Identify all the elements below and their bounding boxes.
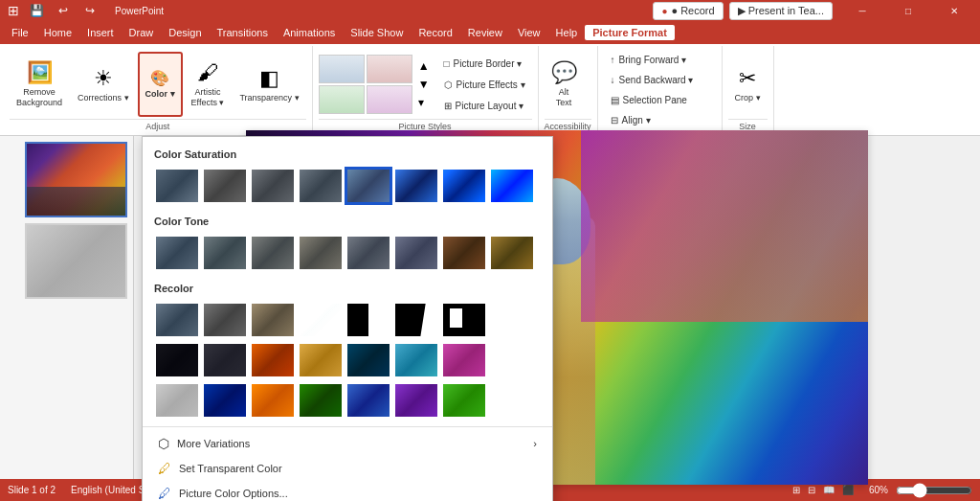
recolor-dark1[interactable] [154,342,200,378]
recolor-washout[interactable] [298,302,344,338]
record-title-btn[interactable]: ● ● Record [653,2,723,20]
bring-forward-btn[interactable]: ↑ Bring Forward ▾ [604,50,716,69]
undo-quick-btn[interactable]: ↩ [54,1,73,20]
tone-swatch-orig[interactable] [154,235,200,271]
menu-design[interactable]: Design [161,25,209,40]
menu-slideshow[interactable]: Slide Show [343,25,411,40]
picture-effects-btn[interactable]: ⬡ Picture Effects ▾ [437,75,532,94]
style-thumb-2[interactable] [367,55,412,83]
orange-dark-inner [252,344,294,376]
artistic-effects-btn[interactable]: 🖌 ArtisticEffects ▾ [185,52,232,117]
slide-thumb-1[interactable] [25,142,127,217]
present-title-btn[interactable]: ▶ Present in Tea... [729,2,833,20]
picture-border-label: Picture Border ▾ [454,58,523,69]
transparency-btn[interactable]: ◧ Transparency ▾ [233,52,305,117]
color-btn[interactable]: 🎨 Color ▾ [138,52,183,117]
maximize-btn[interactable]: □ [886,0,930,21]
style-thumb-1[interactable] [319,55,365,83]
menu-record[interactable]: Record [411,25,459,40]
menu-animations[interactable]: Animations [276,25,343,40]
more-variations-icon: ⬡ [158,436,169,451]
saturation-swatch-133[interactable] [393,168,439,204]
alt-text-btn[interactable]: 💬 AltText [545,52,584,117]
menu-help[interactable]: Help [548,25,586,40]
recolor-pink[interactable] [441,342,487,378]
recolor-green2[interactable] [441,382,487,419]
recolor-green-dark[interactable] [298,382,344,419]
recolor-cyan-dark[interactable] [345,342,391,378]
corrections-btn[interactable]: ☀ Corrections ▾ [71,52,136,117]
accessibility-buttons: 💬 AltText [545,50,584,119]
menu-home[interactable]: Home [36,25,79,40]
saturation-swatch-0[interactable] [202,168,248,204]
picture-border-btn[interactable]: □ Picture Border ▾ [437,54,532,73]
slide-thumb-2[interactable] [25,223,127,299]
more-variations-btn[interactable]: ⬡ More Variations › [143,431,552,456]
menu-file[interactable]: File [4,25,36,40]
saturation-swatch-100[interactable] [345,168,391,204]
recolor-lightgray[interactable] [154,382,200,419]
saturation-swatch-200[interactable] [489,168,535,204]
tone-swatch-6[interactable] [441,235,487,271]
recolor-cyan-light[interactable] [393,342,439,378]
style-down-btn[interactable]: ▼ [416,76,432,93]
menu-transitions[interactable]: Transitions [210,25,276,40]
recolor-orange2[interactable] [250,382,296,419]
save-quick-btn[interactable]: 💾 [27,1,46,20]
remove-background-btn[interactable]: 🖼️ RemoveBackground [10,52,69,117]
recolor-bw2[interactable] [393,302,439,338]
recolor-orange-light[interactable] [298,342,344,378]
saturation-swatch-66[interactable] [298,168,344,204]
minimize-btn[interactable]: ─ [840,0,884,21]
tone-swatch-3[interactable] [298,235,344,271]
view-sorter-btn[interactable]: ⊟ [808,485,815,495]
redo-quick-btn[interactable]: ↪ [80,1,100,20]
menu-review[interactable]: Review [460,25,510,40]
tone-swatch-2[interactable] [250,235,296,271]
set-transparent-btn[interactable]: 🖊 Set Transparent Color [143,456,552,481]
pink-inner [443,344,485,376]
tone-swatch-7[interactable] [489,235,535,271]
style-thumb-3[interactable] [319,85,365,114]
style-more-btn[interactable]: ▾ [416,94,432,111]
purple-inner [395,384,437,417]
align-btn[interactable]: ⊟ Align ▾ [604,110,716,129]
zoom-level: 60% [869,485,888,495]
view-slideshow-btn[interactable]: ⬛ [842,485,854,495]
recolor-blue2[interactable] [345,382,391,419]
menu-draw[interactable]: Draw [122,25,162,40]
zoom-slider[interactable] [896,483,972,498]
recolor-sepia[interactable] [250,302,296,338]
recolor-purple[interactable] [393,382,439,419]
menu-bar: File Home Insert Draw Design Transitions… [0,21,980,44]
selection-pane-btn[interactable]: ▤ Selection Pane [604,90,716,109]
menu-picture-format[interactable]: Picture Format [585,25,675,40]
style-up-btn[interactable]: ▲ [416,57,432,75]
bring-forward-label: Bring Forward ▾ [619,55,687,65]
slide-info: Slide 1 of 2 [8,485,56,495]
picture-color-options-btn[interactable]: 🖊 Picture Color Options... [143,481,552,501]
recolor-blue-dark[interactable] [202,382,248,419]
saturation-swatch-orig[interactable] [154,168,200,204]
recolor-grayscale[interactable] [202,302,248,338]
recolor-bw[interactable] [345,302,391,338]
view-normal-btn[interactable]: ⊞ [792,485,800,495]
recolor-dark2[interactable] [202,342,248,378]
close-btn[interactable]: ✕ [932,0,976,21]
tone-swatch-4[interactable] [345,235,391,271]
saturation-swatch-166[interactable] [441,168,487,204]
recolor-orange-dark[interactable] [250,342,296,378]
picture-layout-btn[interactable]: ⊞ Picture Layout ▾ [437,96,532,115]
saturation-swatch-33[interactable] [250,168,296,204]
tone-swatch-5[interactable] [393,235,439,271]
menu-insert[interactable]: Insert [79,25,122,40]
recolor-bw3[interactable] [441,302,487,338]
view-reading-btn[interactable]: 📖 [823,485,835,495]
send-backward-btn[interactable]: ↓ Send Backward ▾ [604,70,716,89]
menu-view[interactable]: View [510,25,548,40]
style-thumb-4[interactable] [367,85,412,114]
tone-swatch-1[interactable] [202,235,248,271]
crop-btn[interactable]: ✂ Crop ▾ [728,52,768,117]
recolor-no-recolor[interactable] [154,302,200,338]
artistic-icon: 🖌 [197,60,218,85]
